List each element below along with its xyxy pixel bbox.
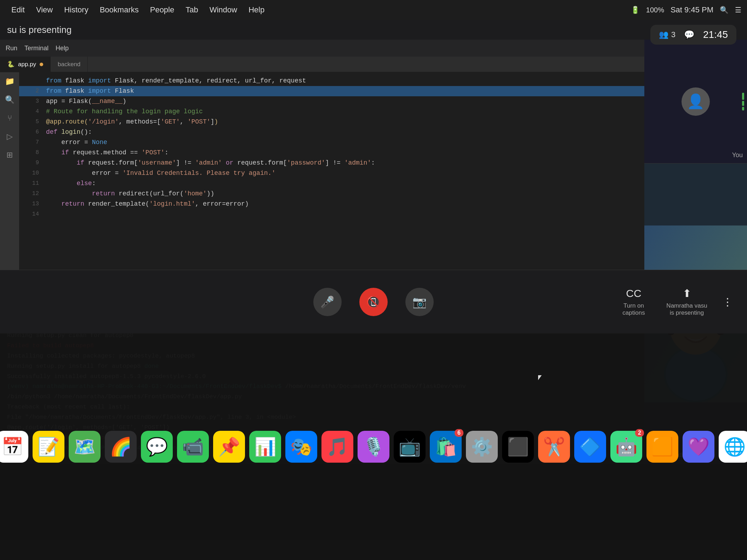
dock-numbers[interactable]: 📊 [249, 431, 281, 463]
participants-count[interactable]: 👥 3 [659, 30, 675, 39]
code-line-12: 12 return redirect(url_for('home')) [19, 189, 644, 199]
menu-tab[interactable]: Tab [180, 5, 204, 15]
mic-icon-circle: 🎤 [313, 288, 342, 316]
presenting-banner: su is presenting [0, 20, 747, 40]
captions-button[interactable]: CC Turn on captions [612, 287, 655, 316]
code-line-6: 6 def login(): [19, 127, 644, 137]
presenting-label: Namratha vasu is presenting [666, 302, 708, 316]
code-line-8: 8 if request.method == 'POST': [19, 148, 644, 158]
dock-photos[interactable]: 🌈 [105, 431, 137, 463]
git-icon[interactable]: ⑂ [4, 113, 15, 124]
code-line-3: 3 app = Flask(__name__) [19, 96, 644, 107]
dock-stickies[interactable]: 📌 [213, 431, 245, 463]
dock-appletv[interactable]: 📺 [394, 431, 426, 463]
menu-window[interactable]: Window [204, 5, 243, 15]
menubar-right: 🔋 100% Sat 9:45 PM 🔍 ☰ [631, 5, 741, 15]
dock-goland[interactable]: 🔷 [574, 431, 606, 463]
dock-systemprefs[interactable]: ⚙️ [466, 431, 498, 463]
extensions-icon[interactable]: ⊞ [4, 149, 15, 161]
code-line-2: 2 from flask import Flask [19, 86, 644, 96]
vscode-menu-terminal[interactable]: Terminal [24, 45, 49, 52]
self-avatar: 👤 [682, 87, 710, 116]
dock-podcasts[interactable]: 🎙️ [358, 431, 389, 463]
tab-app-py[interactable]: 🐍 app.py [0, 57, 51, 72]
dock-facetime[interactable]: 📹 [177, 431, 209, 463]
vscode-window: Run Terminal Help 🐍 app.py backend 📁 🔍 ⑂… [0, 40, 644, 309]
code-line-7: 7 error = None [19, 137, 644, 148]
menu-bookmarks[interactable]: Bookmarks [94, 5, 144, 15]
battery-percent: 100% [646, 6, 664, 14]
you-label: You [732, 152, 743, 159]
debug-icon[interactable]: ▷ [4, 131, 15, 142]
self-video: 👤 You [644, 40, 747, 164]
vscode-menu-run[interactable]: Run [6, 45, 17, 52]
menu-history[interactable]: History [58, 5, 94, 15]
dock-appstore[interactable]: 🛍️ 6 [430, 431, 462, 463]
menu-help[interactable]: Help [243, 5, 270, 15]
code-line-1: from flask import Flask, render_template… [19, 76, 644, 86]
code-line-5: 5 @app.route('/login', methods=['GET', '… [19, 117, 644, 127]
dock-scissors[interactable]: ✂️ [538, 431, 570, 463]
clock: Sat 9:45 PM [671, 5, 713, 15]
volume-bars [742, 93, 744, 110]
tab-backend-label: backend [58, 61, 80, 68]
search-icon[interactable]: 🔍 [720, 6, 729, 14]
camera-icon-circle: 📷 [405, 288, 434, 316]
end-call-button[interactable]: 📵 [359, 288, 388, 316]
meeting-right-buttons: CC Turn on captions ⬆ Namratha vasu is p… [612, 287, 733, 316]
dock-maps[interactable]: 🗺️ [69, 431, 101, 463]
search-sidebar-icon[interactable]: 🔍 [4, 94, 15, 105]
presenting-text: su is presenting [7, 24, 72, 35]
code-line-11: 11 else: [19, 178, 644, 189]
mic-button[interactable]: 🎤 [313, 288, 342, 316]
code-line-13: 13 return render_template('login.html', … [19, 199, 644, 209]
meeting-controls: 👥 3 💬 21:45 [650, 25, 736, 45]
dock-android-studio[interactable]: 🤖 2 [610, 431, 642, 463]
more-options-button[interactable]: ⋮ [722, 296, 733, 308]
presenting-button[interactable]: ⬆ Namratha vasu is presenting [666, 287, 708, 316]
dock: 🔵 🚀 📅 📝 🗺️ 🌈 💬 📹 📌 📊 🎭 🎵 🎙️ 📺 🛍️ 6 ⚙️ ⬛ … [0, 333, 747, 560]
dock-discord[interactable]: 💜 [683, 431, 714, 463]
battery-icon: 🔋 [631, 6, 640, 14]
menu-icon[interactable]: ☰ [735, 6, 741, 14]
participants-icon: 👥 [659, 30, 668, 39]
code-line-9: 9 if request.form['username'] != 'admin'… [19, 158, 644, 168]
dock-terminal[interactable]: ⬛ [502, 431, 534, 463]
captions-label: Turn on captions [612, 302, 655, 316]
menu-edit[interactable]: Edit [6, 5, 30, 15]
appstore-badge: 6 [455, 429, 463, 437]
dock-calendar[interactable]: 📅 [0, 431, 28, 463]
dock-keynote[interactable]: 🎭 [285, 431, 317, 463]
chat-icon[interactable]: 💬 [684, 30, 695, 40]
menu-view[interactable]: View [30, 5, 58, 15]
dock-messages[interactable]: 💬 [141, 431, 173, 463]
code-line-10: 10 error = 'Invalid Credentials. Please … [19, 168, 644, 178]
meeting-bar: 🎤 📵 📷 CC Turn on captions ⬆ Namratha vas… [0, 270, 747, 333]
dock-sublime[interactable]: 🟧 [646, 431, 678, 463]
tab-icon: 🐍 [7, 61, 15, 68]
meeting-timer: 21:45 [703, 29, 728, 40]
camera-button[interactable]: 📷 [405, 288, 434, 316]
end-call-icon-circle: 📵 [359, 288, 388, 316]
captions-icon: CC [626, 287, 641, 299]
code-line-4: 4 # Route for handling the login page lo… [19, 107, 644, 117]
dock-chrome[interactable]: 🌐 [719, 431, 747, 463]
vscode-menu-help[interactable]: Help [56, 45, 69, 52]
vscode-menubar: Run Terminal Help [0, 40, 644, 57]
dock-notes[interactable]: 📝 [33, 431, 64, 463]
android-studio-badge: 2 [635, 429, 644, 437]
participants-number: 3 [671, 30, 675, 39]
modified-indicator [40, 63, 43, 66]
tab-backend[interactable]: backend [51, 57, 88, 72]
tab-label: app.py [18, 61, 36, 68]
menubar: Edit View History Bookmarks People Tab W… [0, 0, 747, 20]
presenting-icon: ⬆ [683, 287, 691, 299]
explorer-icon[interactable]: 📁 [4, 76, 15, 87]
dock-music[interactable]: 🎵 [321, 431, 353, 463]
code-line-14: 14 [19, 209, 644, 219]
menu-people[interactable]: People [144, 5, 180, 15]
vscode-tabs: 🐍 app.py backend [0, 57, 644, 72]
